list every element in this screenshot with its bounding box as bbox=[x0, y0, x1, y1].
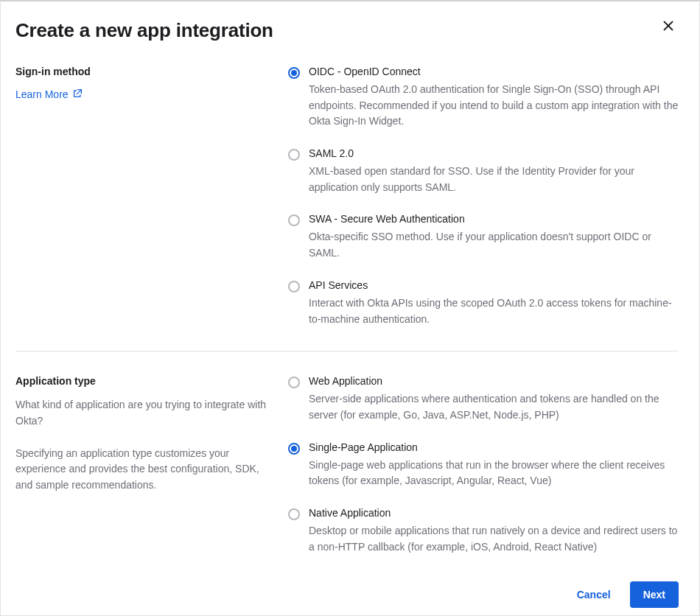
application-type-option-description: Single-page web applications that run in… bbox=[309, 458, 679, 489]
application-type-radio[interactable] bbox=[288, 508, 300, 520]
signin-method-radio[interactable] bbox=[288, 67, 300, 79]
signin-method-option: OIDC - OpenID ConnectToken-based OAuth 2… bbox=[288, 66, 679, 130]
application-type-option: Web ApplicationServer-side applications … bbox=[288, 375, 679, 423]
signin-method-radio[interactable] bbox=[288, 149, 300, 161]
application-type-option-label[interactable]: Native Application bbox=[309, 507, 679, 519]
application-type-option-label[interactable]: Single-Page Application bbox=[309, 441, 679, 453]
learn-more-label: Learn More bbox=[15, 88, 69, 100]
signin-method-option-content: SWA - Secure Web AuthenticationOkta-spec… bbox=[309, 213, 679, 261]
cancel-button[interactable]: Cancel bbox=[574, 581, 614, 608]
signin-method-option-label[interactable]: OIDC - OpenID Connect bbox=[309, 66, 679, 77]
application-type-radio[interactable] bbox=[288, 377, 300, 388]
close-button[interactable] bbox=[659, 18, 677, 35]
dialog-title: Create a new app integration bbox=[15, 19, 679, 42]
signin-method-option-label[interactable]: SWA - Secure Web Authentication bbox=[309, 213, 679, 225]
application-type-heading: Application type bbox=[15, 375, 270, 387]
application-type-option-content: Native ApplicationDesktop or mobile appl… bbox=[309, 507, 679, 555]
application-type-option-description: Desktop or mobile applications that run … bbox=[309, 523, 679, 555]
signin-method-option-description: Okta-specific SSO method. Use if your ap… bbox=[309, 229, 679, 261]
application-type-help-2: Specifying an application type customize… bbox=[15, 446, 270, 494]
signin-method-option: SWA - Secure Web AuthenticationOkta-spec… bbox=[288, 213, 679, 261]
application-type-option: Single-Page ApplicationSingle-page web a… bbox=[288, 441, 679, 489]
application-type-option: Native ApplicationDesktop or mobile appl… bbox=[288, 507, 679, 555]
application-type-option-description: Server-side applications where authentic… bbox=[309, 391, 679, 423]
close-icon bbox=[662, 20, 674, 34]
signin-method-radio[interactable] bbox=[288, 281, 300, 293]
signin-method-heading: Sign-in method bbox=[15, 66, 270, 77]
signin-method-option-content: SAML 2.0XML-based open standard for SSO.… bbox=[309, 147, 679, 195]
signin-method-option-description: Interact with Okta APIs using the scoped… bbox=[309, 295, 679, 327]
application-type-option-content: Web ApplicationServer-side applications … bbox=[309, 375, 679, 423]
external-link-icon bbox=[73, 88, 83, 100]
section-application-type: Application type What kind of applicatio… bbox=[15, 351, 679, 555]
learn-more-link[interactable]: Learn More bbox=[15, 88, 83, 100]
signin-method-radio[interactable] bbox=[288, 214, 300, 226]
application-type-radio[interactable] bbox=[288, 443, 300, 455]
signin-method-option-description: Token-based OAuth 2.0 authentication for… bbox=[309, 82, 679, 130]
signin-method-option: SAML 2.0XML-based open standard for SSO.… bbox=[288, 147, 679, 195]
section-signin-method: Sign-in method Learn More OIDC - OpenID … bbox=[15, 66, 679, 327]
signin-method-option: API ServicesInteract with Okta APIs usin… bbox=[288, 279, 679, 327]
next-button[interactable]: Next bbox=[630, 581, 679, 608]
signin-method-option-content: OIDC - OpenID ConnectToken-based OAuth 2… bbox=[309, 66, 679, 130]
signin-method-option-label[interactable]: API Services bbox=[309, 279, 679, 291]
signin-method-option-description: XML-based open standard for SSO. Use if … bbox=[309, 164, 679, 195]
application-type-help-1: What kind of application are you trying … bbox=[15, 397, 270, 429]
application-type-option-content: Single-Page ApplicationSingle-page web a… bbox=[309, 441, 679, 489]
dialog-footer: Cancel Next bbox=[15, 581, 679, 608]
application-type-option-label[interactable]: Web Application bbox=[309, 375, 679, 387]
signin-method-option-content: API ServicesInteract with Okta APIs usin… bbox=[309, 279, 679, 327]
signin-method-option-label[interactable]: SAML 2.0 bbox=[309, 147, 679, 159]
